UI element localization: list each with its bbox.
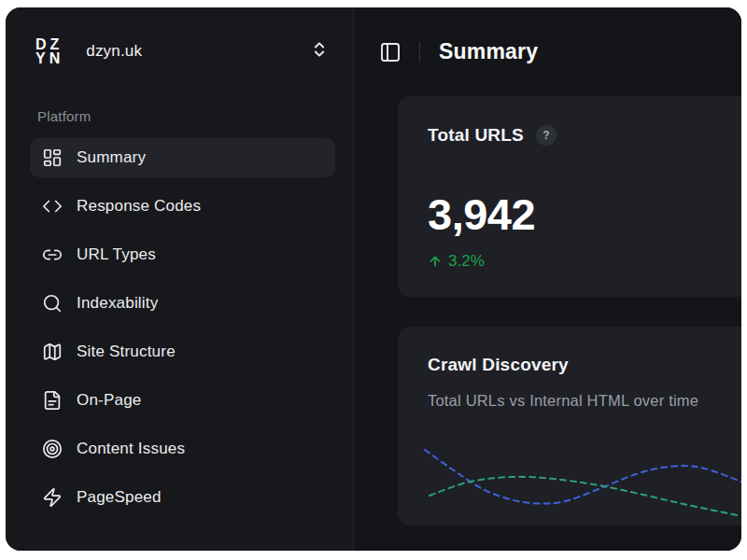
main-panel: Summary Total URLS ? 3,942 3.2% Crawl Di… [354,7,741,551]
sidebar-nav: Summary Response Codes URL Types Indexab… [30,138,335,517]
sidebar-item-label: Site Structure [77,343,176,361]
link-icon [41,244,63,266]
zap-icon [41,486,63,509]
panel-left-icon [379,41,402,66]
target-icon [41,438,63,460]
crawl-discovery-title: Crawl Discovery [428,355,569,375]
header-divider [419,42,420,63]
chart-line-total-urls [425,450,741,504]
total-urls-delta: 3.2% [398,252,741,271]
logo-line-2: YN [35,51,63,65]
sidebar-item-response-codes[interactable]: Response Codes [30,187,335,226]
map-icon [41,341,63,363]
logo-line-1: DZ [35,37,63,51]
arrow-up-icon [428,254,443,269]
sidebar-item-label: PageSpeed [77,488,162,507]
crawl-discovery-subtitle: Total URLs vs Internal HTML over time [398,392,741,410]
page-title: Summary [439,39,538,64]
sidebar-item-label: On-Page [77,391,141,410]
sidebar-item-indexability[interactable]: Indexability [30,284,335,323]
layout-dashboard-icon [41,147,63,169]
site-switcher[interactable]: DZ YN dzyn.uk [6,7,353,65]
sidebar-item-site-structure[interactable]: Site Structure [30,332,335,371]
sidebar-section-label: Platform [37,108,353,124]
chevrons-up-down-icon[interactable] [310,40,329,63]
sidebar-item-content-issues[interactable]: Content Issues [30,429,335,469]
sidebar-item-label: Summary [77,148,146,167]
file-text-icon [41,389,63,412]
total-urls-card: Total URLS ? 3,942 3.2% [398,96,741,297]
code-icon [41,195,63,217]
sidebar: DZ YN dzyn.uk Platform Summary Response … [6,7,354,551]
sidebar-toggle-button[interactable] [379,41,402,63]
delta-text: 3.2% [448,252,485,271]
sidebar-item-label: Response Codes [77,197,201,216]
search-icon [41,292,63,315]
sidebar-item-label: Content Issues [77,440,185,458]
sidebar-item-pagespeed[interactable]: PageSpeed [30,478,335,517]
chart-line-internal-html [430,477,741,516]
app-window: DZ YN dzyn.uk Platform Summary Response … [6,7,741,551]
total-urls-title: Total URLS [428,125,524,146]
main-header: Summary [354,7,741,96]
sidebar-item-on-page[interactable]: On-Page [30,381,335,420]
sidebar-item-summary[interactable]: Summary [30,138,335,177]
total-urls-value: 3,942 [398,192,741,236]
crawl-discovery-card: Crawl Discovery Total URLs vs Internal H… [398,327,741,525]
dzyn-logo: DZ YN [35,37,63,65]
sidebar-item-url-types[interactable]: URL Types [30,235,335,274]
sidebar-item-label: URL Types [77,245,156,264]
crawl-discovery-chart [398,427,741,525]
site-name: dzyn.uk [86,42,142,61]
sidebar-item-label: Indexability [77,294,158,313]
help-icon[interactable]: ? [536,125,557,146]
